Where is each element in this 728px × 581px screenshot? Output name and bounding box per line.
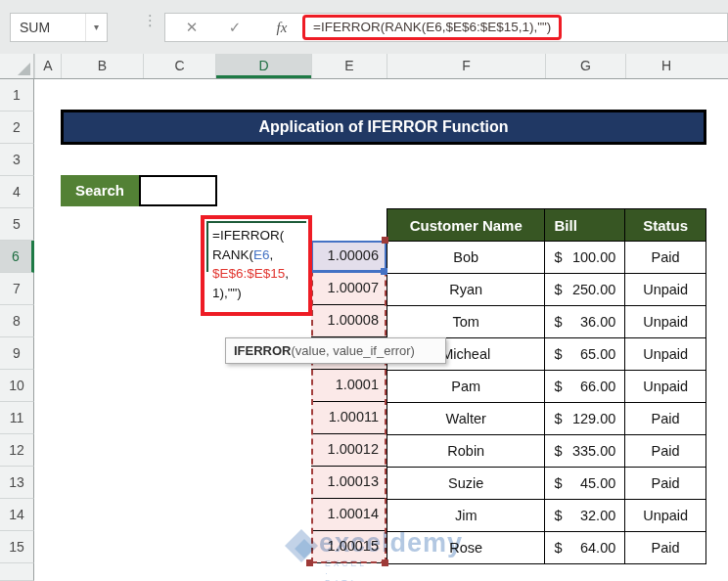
- function-tooltip: IFERROR(value, value_if_error): [225, 337, 446, 364]
- status-cell[interactable]: Paid: [625, 468, 706, 500]
- bill-cell[interactable]: $64.00: [545, 532, 625, 564]
- rank-cell[interactable]: 1.00011: [311, 402, 387, 434]
- bill-cell[interactable]: $66.00: [545, 371, 625, 403]
- formula-ref-e6: E6: [253, 247, 270, 262]
- row-header-13[interactable]: 13: [0, 467, 34, 499]
- bill-amount: 45.00: [580, 475, 615, 491]
- row-header-12[interactable]: 12: [0, 434, 34, 467]
- bill-cell[interactable]: $250.00: [545, 274, 625, 306]
- bill-cell[interactable]: $335.00: [545, 435, 625, 468]
- status-cell[interactable]: Paid: [625, 403, 706, 435]
- column-header-h[interactable]: H: [625, 54, 706, 78]
- column-header-e[interactable]: E: [311, 54, 387, 78]
- table-header-cell[interactable]: Status: [625, 209, 706, 242]
- rank-cell[interactable]: 1.0001: [311, 370, 387, 402]
- table-header-cell[interactable]: Customer Name: [387, 209, 545, 242]
- currency-symbol: $: [554, 314, 562, 330]
- row-header-2[interactable]: 2: [0, 112, 34, 144]
- status-cell[interactable]: Paid: [625, 435, 706, 468]
- row-header-10[interactable]: 10: [0, 370, 34, 402]
- row-header-8[interactable]: 8: [0, 305, 34, 337]
- table-row: Tom$36.00Unpaid: [387, 306, 706, 338]
- search-input[interactable]: [139, 175, 217, 206]
- rank-cell[interactable]: 1.00015: [311, 531, 387, 563]
- bill-cell[interactable]: $36.00: [545, 306, 625, 338]
- table-row: Walter$129.00Paid: [387, 403, 706, 435]
- rank-column: 1.000061.000071.000081.00011.000111.0001…: [311, 241, 387, 563]
- row-header-5[interactable]: 5: [0, 208, 34, 241]
- customer-name-cell[interactable]: Robin: [387, 435, 545, 468]
- status-cell[interactable]: Unpaid: [625, 338, 706, 371]
- column-header-a[interactable]: A: [34, 54, 61, 78]
- e6-handle-bottom-right[interactable]: [381, 268, 387, 275]
- bill-amount: 32.00: [580, 508, 615, 523]
- status-cell[interactable]: Unpaid: [625, 371, 706, 403]
- currency-symbol: $: [554, 411, 562, 426]
- row-header-6[interactable]: 6: [0, 241, 34, 273]
- bill-cell[interactable]: $100.00: [545, 242, 625, 274]
- currency-symbol: $: [554, 443, 562, 459]
- cancel-icon[interactable]: ✕: [177, 14, 206, 41]
- row-header-9[interactable]: 9: [0, 337, 34, 370]
- customer-name-cell[interactable]: Suzie: [387, 468, 545, 500]
- status-cell[interactable]: Unpaid: [625, 500, 706, 532]
- row-header-1[interactable]: 1: [0, 79, 34, 112]
- range-handle-bottom-left[interactable]: [306, 559, 313, 566]
- search-button[interactable]: Search: [61, 175, 139, 206]
- row-header-14[interactable]: 14: [0, 499, 34, 531]
- customer-name-cell[interactable]: Ryan: [387, 274, 545, 306]
- formula-bar: ✕ ✓ fx =IFERROR(RANK(E6,$E$6:$E$15,1),""…: [164, 13, 728, 42]
- column-header-f[interactable]: F: [387, 54, 545, 78]
- row-header-3[interactable]: 3: [0, 144, 34, 176]
- name-box-dropdown-icon[interactable]: ▾: [85, 14, 107, 41]
- rank-cell[interactable]: 1.00013: [311, 467, 387, 499]
- select-all-corner[interactable]: [0, 54, 34, 78]
- row-header-15[interactable]: 15: [0, 531, 34, 563]
- bill-cell[interactable]: $65.00: [545, 338, 625, 371]
- customer-name-cell[interactable]: Rose: [387, 532, 545, 564]
- column-header-d[interactable]: D: [215, 54, 311, 78]
- table-row: Rose$64.00Paid: [387, 532, 706, 564]
- insert-function-icon[interactable]: fx: [269, 14, 295, 41]
- currency-symbol: $: [554, 379, 562, 394]
- rank-cell[interactable]: 1.00014: [311, 499, 387, 531]
- status-cell[interactable]: Unpaid: [625, 274, 706, 306]
- customer-name-cell[interactable]: Jim: [387, 500, 545, 532]
- rank-cell[interactable]: 1.00007: [311, 273, 387, 305]
- bill-cell[interactable]: $129.00: [545, 403, 625, 435]
- customer-name-cell[interactable]: Pam: [387, 371, 545, 403]
- status-cell[interactable]: Unpaid: [625, 306, 706, 338]
- rank-cell[interactable]: 1.00012: [311, 434, 387, 467]
- bill-amount: 250.00: [572, 282, 615, 297]
- name-box[interactable]: SUM ▾: [10, 13, 108, 42]
- rank-cell[interactable]: 1.00008: [311, 305, 387, 337]
- row-header-7[interactable]: 7: [0, 273, 34, 305]
- cell-edit-border-left: [206, 221, 208, 272]
- row-header-11[interactable]: 11: [0, 402, 34, 434]
- formula-line1: =IFERROR(: [212, 228, 284, 243]
- column-header-c[interactable]: C: [143, 54, 215, 78]
- formula-ref-range: $E$6:$E$15: [212, 266, 285, 281]
- formula-line4: 1),""): [212, 286, 242, 300]
- range-handle-bottom-right[interactable]: [382, 559, 388, 566]
- status-cell[interactable]: Paid: [625, 242, 706, 274]
- range-handle-top-right[interactable]: [382, 237, 388, 244]
- formula-cell-text: =IFERROR( RANK(E6, $E$6:$E$15, 1),""): [212, 226, 289, 302]
- status-cell[interactable]: Paid: [625, 532, 706, 564]
- customer-name-cell[interactable]: Tom: [387, 306, 545, 338]
- currency-symbol: $: [554, 508, 562, 523]
- table-header-cell[interactable]: Bill: [545, 209, 625, 242]
- customer-name-cell[interactable]: Walter: [387, 403, 545, 435]
- rank-cell[interactable]: 1.00006: [311, 241, 387, 273]
- enter-icon[interactable]: ✓: [220, 14, 250, 41]
- row-header-4[interactable]: 4: [0, 176, 34, 208]
- column-header-b[interactable]: B: [61, 54, 143, 78]
- column-header-row: ABCDEFGH: [0, 54, 728, 79]
- column-header-g[interactable]: G: [545, 54, 625, 78]
- bill-cell[interactable]: $45.00: [545, 468, 625, 500]
- customer-name-cell[interactable]: Bob: [387, 242, 545, 274]
- bill-cell[interactable]: $32.00: [545, 500, 625, 532]
- table-row: Pam$66.00Unpaid: [387, 371, 706, 403]
- formula-input[interactable]: =IFERROR(RANK(E6,$E$6:$E$15,1),""): [302, 15, 562, 40]
- formula-cell-annotation[interactable]: =IFERROR( RANK(E6, $E$6:$E$15, 1),""): [201, 215, 312, 316]
